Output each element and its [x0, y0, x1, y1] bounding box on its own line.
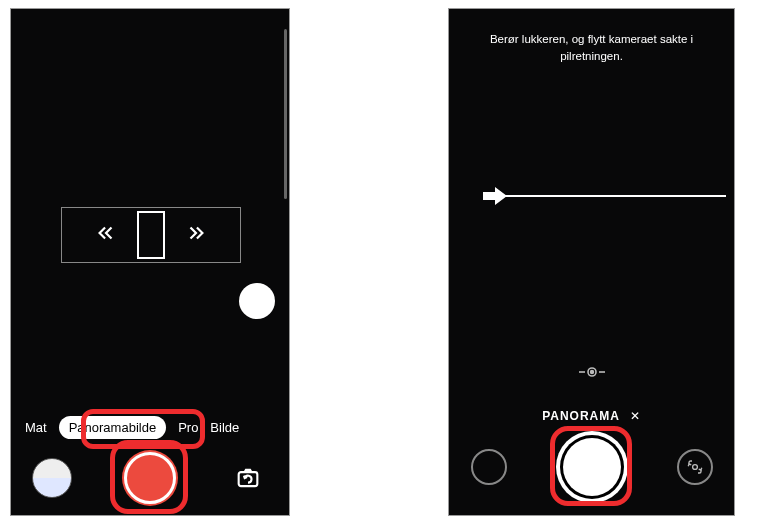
bottom-controls: [449, 431, 734, 503]
mode-item-pro[interactable]: Pro: [178, 420, 198, 435]
panorama-guide-line: [483, 195, 726, 197]
camera-screen-panorama-select: Mat Panoramabilde Pro Bilde: [10, 8, 290, 516]
gallery-thumbnail[interactable]: [32, 458, 72, 498]
panorama-direction-guide[interactable]: [61, 207, 241, 263]
close-icon[interactable]: ✕: [630, 409, 641, 423]
direction-arrow-icon: [483, 185, 507, 211]
instruction-text: Berør lukkeren, og flytt kameraet sakte …: [449, 31, 734, 64]
camera-screen-panorama-capture: Berør lukkeren, og flytt kameraet sakte …: [448, 8, 735, 516]
chevrons-right-icon: [185, 222, 207, 248]
shutter-button[interactable]: [563, 438, 621, 496]
svg-marker-1: [483, 187, 507, 205]
instruction-line: Berør lukkeren, og flytt kameraet sakte …: [490, 33, 693, 45]
camera-mode-selector[interactable]: Mat Panoramabilde Pro Bilde: [11, 416, 289, 439]
focus-target-icon[interactable]: [579, 363, 605, 385]
mode-item-panoramabilde[interactable]: Panoramabilde: [59, 416, 166, 439]
svg-point-3: [590, 371, 593, 374]
chevrons-left-icon: [95, 222, 117, 248]
svg-point-6: [692, 465, 697, 470]
switch-camera-button[interactable]: [228, 458, 268, 498]
current-mode-indicator[interactable]: PANORAMA ✕: [449, 409, 734, 423]
instruction-line: pilretningen.: [560, 50, 623, 62]
panorama-frame-icon: [137, 211, 165, 259]
svg-rect-0: [239, 472, 258, 486]
mode-label: PANORAMA: [542, 409, 619, 423]
bottom-controls: [11, 449, 289, 507]
scrollbar[interactable]: [284, 29, 287, 199]
mode-item-mat[interactable]: Mat: [25, 420, 47, 435]
assistant-floating-button[interactable]: [239, 283, 275, 319]
back-ring-button[interactable]: [471, 449, 507, 485]
shutter-button[interactable]: [124, 452, 176, 504]
switch-camera-button[interactable]: [677, 449, 713, 485]
mode-item-bilde[interactable]: Bilde: [210, 420, 239, 435]
